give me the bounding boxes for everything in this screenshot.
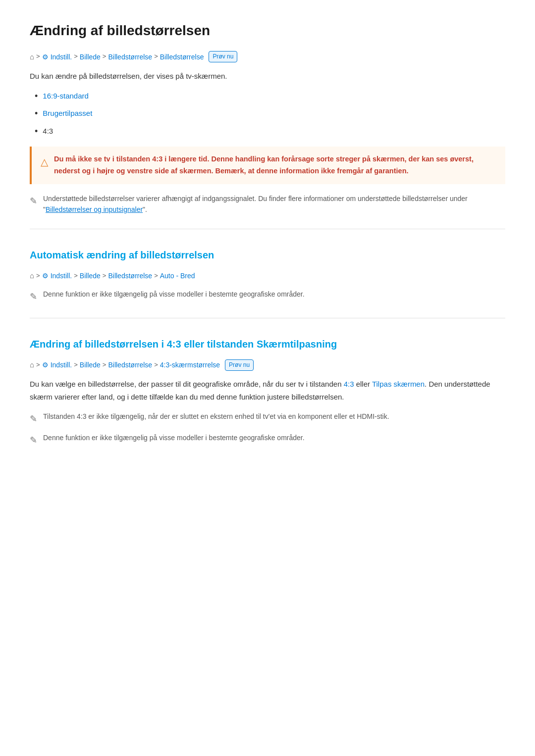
bullet-16-9[interactable]: 16:9-standard bbox=[43, 90, 89, 102]
home-icon-3: ⌂ bbox=[30, 359, 34, 371]
section-2-title: Automatisk ændring af billedstørrelsen bbox=[30, 247, 505, 263]
list-item-3: 4:3 bbox=[35, 125, 505, 138]
pencil-icon-2: ✎ bbox=[30, 290, 37, 304]
description-3: Du kan vælge en billedstørrelse, der pas… bbox=[30, 378, 505, 403]
home-icon-2: ⌂ bbox=[30, 270, 34, 282]
breadcrumb3-billede[interactable]: Billede bbox=[80, 359, 101, 370]
breadcrumb-1: ⌂ > ⚙ Indstill. > Billede > Billedstørre… bbox=[30, 51, 505, 63]
breadcrumb3-4-3-skaerm[interactable]: 4:3-skærmstørrelse bbox=[160, 359, 220, 370]
breadcrumb-billedstorrelse[interactable]: Billedstørrelse bbox=[108, 51, 152, 62]
breadcrumb-indstill[interactable]: Indstill. bbox=[51, 51, 72, 62]
breadcrumb2-gear-icon: ⚙ bbox=[42, 270, 49, 281]
try-now-badge-1[interactable]: Prøv nu bbox=[209, 51, 237, 62]
inline-4-3: 4:3 bbox=[344, 380, 354, 388]
divider-2 bbox=[30, 318, 505, 318]
inline-tilpas-skaermen[interactable]: Tilpas skærmen bbox=[372, 380, 425, 388]
breadcrumb3-billedstorrelse[interactable]: Billedstørrelse bbox=[108, 359, 152, 370]
note-4: ✎ Denne funktion er ikke tilgængelig på … bbox=[30, 432, 505, 448]
breadcrumb3-gear-icon: ⚙ bbox=[42, 359, 49, 370]
note-3: ✎ Tilstanden 4:3 er ikke tilgængelig, nå… bbox=[30, 411, 505, 426]
note-link-1[interactable]: Billedstørrelser og inputsignaler bbox=[46, 205, 143, 213]
note-text-1: Understøttede billedstørrelser varierer … bbox=[43, 193, 505, 215]
breadcrumb2-auto-bred[interactable]: Auto - Bred bbox=[160, 270, 195, 281]
breadcrumb2-billede[interactable]: Billede bbox=[80, 270, 101, 281]
note-1: ✎ Understøttede billedstørrelser variere… bbox=[30, 193, 505, 215]
page-title: Ændring af billedstørrelsen bbox=[30, 20, 505, 42]
pencil-icon-3: ✎ bbox=[30, 412, 37, 426]
breadcrumb3-indstill[interactable]: Indstill. bbox=[51, 359, 72, 370]
warning-text: Du må ikke se tv i tilstanden 4:3 i læng… bbox=[54, 153, 496, 177]
warning-icon: △ bbox=[41, 154, 48, 170]
section-3-title: Ændring af billedstørrelsen i 4:3 eller … bbox=[30, 336, 505, 352]
list-item-1: 16:9-standard bbox=[35, 90, 505, 102]
breadcrumb-billede[interactable]: Billede bbox=[80, 51, 101, 62]
list-item-2: Brugertilpasset bbox=[35, 107, 505, 120]
note-text-3: Tilstanden 4:3 er ikke tilgængelig, når … bbox=[43, 411, 389, 422]
try-now-badge-3[interactable]: Prøv nu bbox=[225, 359, 254, 371]
breadcrumb-gear-icon: ⚙ bbox=[42, 51, 49, 62]
note-text-4: Denne funktion er ikke tilgængelig på vi… bbox=[43, 432, 305, 443]
pencil-icon-1: ✎ bbox=[30, 194, 37, 208]
breadcrumb-billedstorrelse2[interactable]: Billedstørrelse bbox=[160, 51, 204, 62]
description-1: Du kan ændre på billedstørrelsen, der vi… bbox=[30, 70, 505, 83]
home-icon: ⌂ bbox=[30, 51, 34, 63]
warning-box: △ Du må ikke se tv i tilstanden 4:3 i læ… bbox=[30, 147, 505, 184]
breadcrumb-2: ⌂ > ⚙ Indstill. > Billede > Billedstørre… bbox=[30, 270, 505, 282]
breadcrumb2-billedstorrelse[interactable]: Billedstørrelse bbox=[108, 270, 152, 281]
pencil-icon-4: ✎ bbox=[30, 433, 37, 448]
breadcrumb-3: ⌂ > ⚙ Indstill. > Billede > Billedstørre… bbox=[30, 359, 505, 371]
breadcrumb2-indstill[interactable]: Indstill. bbox=[51, 270, 72, 281]
divider-1 bbox=[30, 229, 505, 229]
bullet-brugertilpasset[interactable]: Brugertilpasset bbox=[43, 107, 92, 119]
bullet-list: 16:9-standard Brugertilpasset 4:3 bbox=[35, 90, 505, 138]
note-text-2: Denne funktion er ikke tilgængelig på vi… bbox=[43, 289, 305, 300]
note-2: ✎ Denne funktion er ikke tilgængelig på … bbox=[30, 289, 505, 304]
bullet-4-3: 4:3 bbox=[43, 125, 53, 137]
